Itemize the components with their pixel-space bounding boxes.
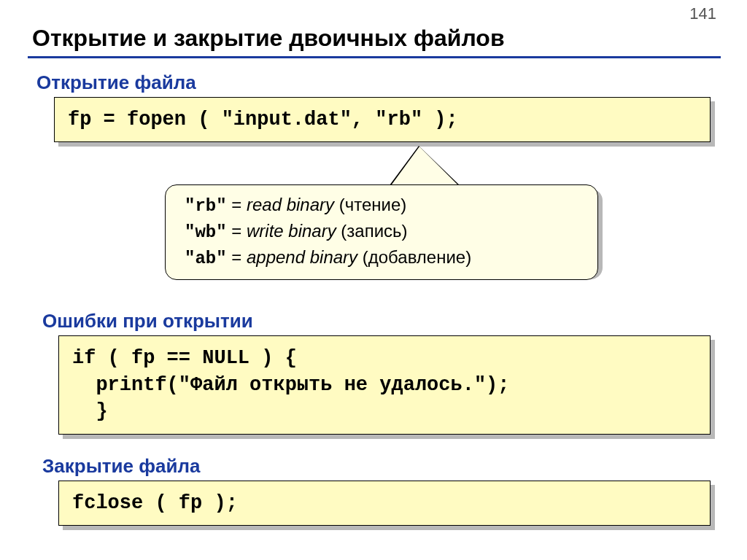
title-rule	[28, 56, 721, 58]
callout-ru-ab: (добавление)	[357, 247, 471, 267]
callout-eq-wb: =	[227, 221, 247, 241]
code-box-errors: if ( fp == NULL ) { printf("Файл открыть…	[58, 335, 711, 434]
callout-ru-wb: (запись)	[336, 221, 408, 241]
section-heading-errors: Ошибки при открытии	[42, 310, 747, 332]
code-box-close: fclose ( fp );	[58, 481, 711, 526]
code-box-open: fp = fopen ( "input.dat", "rb" );	[54, 97, 711, 142]
callout-ru-rb: (чтение)	[334, 195, 406, 214]
callout-box: "rb" = read binary (чтение) "wb" = write…	[165, 184, 598, 280]
callout-eq-ab: =	[227, 247, 247, 267]
callout-line-wb: "wb" = write binary (запись)	[185, 219, 583, 245]
callout-line-rb: "rb" = read binary (чтение)	[185, 192, 583, 219]
callout-eq-rb: =	[227, 195, 247, 214]
callout-desc-rb: read binary	[247, 195, 334, 214]
code-box-errors-shadow: if ( fp == NULL ) { printf("Файл открыть…	[63, 340, 715, 438]
callout-wrap: "rb" = read binary (чтение) "wb" = write…	[0, 147, 747, 292]
section-heading-close: Закрытие файла	[42, 455, 747, 478]
callout-line-ab: "ab" = append binary (добавление)	[185, 245, 583, 271]
callout-code-wb: "wb"	[185, 222, 227, 242]
callout-code-ab: "ab"	[185, 249, 227, 268]
code-box-open-shadow: fp = fopen ( "input.dat", "rb" );	[58, 101, 715, 147]
callout-desc-ab: append binary	[247, 247, 357, 267]
code-box-close-shadow: fclose ( fp );	[63, 485, 715, 530]
callout-code-rb: "rb"	[185, 196, 227, 216]
section-heading-open: Открытие файла	[36, 71, 747, 94]
page-title: Открытие и закрытие двоичных файлов	[32, 25, 747, 52]
callout-desc-wb: write binary	[247, 221, 336, 241]
page-number: 141	[689, 4, 716, 23]
